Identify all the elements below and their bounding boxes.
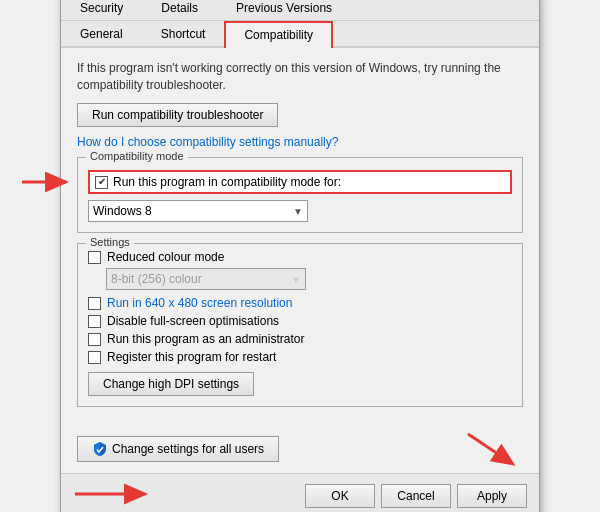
run-640-row[interactable]: Run in 640 x 480 screen resolution bbox=[88, 296, 512, 310]
ok-button[interactable]: OK bbox=[305, 484, 375, 508]
run-troubleshooter-button[interactable]: Run compatibility troubleshooter bbox=[77, 103, 278, 127]
apply-button[interactable]: Apply bbox=[457, 484, 527, 508]
cancel-button[interactable]: Cancel bbox=[381, 484, 451, 508]
compatibility-mode-label: Compatibility mode bbox=[86, 150, 188, 162]
tab-shortcut[interactable]: Shortcut bbox=[142, 21, 225, 46]
compat-dropdown-value: Windows 8 bbox=[93, 204, 152, 218]
right-arrow-indicator bbox=[463, 429, 523, 469]
compatibility-mode-group: Compatibility mode Run this program in c… bbox=[77, 157, 523, 233]
change-dpi-row: Change high DPI settings bbox=[88, 372, 512, 396]
register-restart-row[interactable]: Register this program for restart bbox=[88, 350, 512, 364]
colour-dropdown-row: 8-bit (256) colour ▼ bbox=[106, 268, 512, 290]
run-admin-checkbox[interactable] bbox=[88, 333, 101, 346]
run-640-checkbox[interactable] bbox=[88, 297, 101, 310]
tab-details[interactable]: Details bbox=[142, 0, 217, 20]
bottom-bar: OK Cancel Apply bbox=[61, 473, 539, 512]
shield-icon bbox=[92, 441, 108, 457]
reduced-colour-checkbox[interactable] bbox=[88, 251, 101, 264]
reduced-colour-row[interactable]: Reduced colour mode bbox=[88, 250, 512, 264]
disable-fullscreen-label: Disable full-screen optimisations bbox=[107, 314, 279, 328]
svg-line-3 bbox=[468, 434, 513, 464]
settings-label: Settings bbox=[86, 236, 134, 248]
tab-bar-bottom: General Shortcut Compatibility bbox=[61, 21, 539, 48]
colour-dropdown-value: 8-bit (256) colour bbox=[111, 272, 202, 286]
bottom-bar-left bbox=[73, 482, 299, 509]
colour-dropdown: 8-bit (256) colour ▼ bbox=[106, 268, 306, 290]
tab-bar-top: Security Details Previous Versions bbox=[61, 0, 539, 21]
bottom-bar-right: OK Cancel Apply bbox=[305, 484, 527, 508]
run-640-label: Run in 640 x 480 screen resolution bbox=[107, 296, 292, 310]
reduced-colour-label: Reduced colour mode bbox=[107, 250, 224, 264]
change-settings-label: Change settings for all users bbox=[112, 442, 264, 456]
dialog-window: Security Details Previous Versions Gener… bbox=[60, 0, 540, 512]
run-admin-row[interactable]: Run this program as an administrator bbox=[88, 332, 512, 346]
change-dpi-button[interactable]: Change high DPI settings bbox=[88, 372, 254, 396]
tab-compatibility[interactable]: Compatibility bbox=[224, 21, 333, 48]
compat-mode-row: Run this program in compatibility mode f… bbox=[88, 170, 512, 194]
left-arrow-indicator bbox=[20, 168, 75, 196]
register-restart-checkbox[interactable] bbox=[88, 351, 101, 364]
tab-previous-versions[interactable]: Previous Versions bbox=[217, 0, 351, 20]
change-settings-button[interactable]: Change settings for all users bbox=[77, 436, 279, 462]
disable-fullscreen-row[interactable]: Disable full-screen optimisations bbox=[88, 314, 512, 328]
colour-dropdown-arrow-icon: ▼ bbox=[291, 274, 301, 285]
info-text: If this program isn't working correctly … bbox=[77, 60, 523, 94]
dropdown-arrow-icon: ▼ bbox=[293, 206, 303, 217]
run-btn-row: Run compatibility troubleshooter bbox=[77, 103, 523, 127]
tab-general[interactable]: General bbox=[61, 21, 142, 46]
compat-mode-checkbox-label: Run this program in compatibility mode f… bbox=[113, 175, 341, 189]
manual-settings-link[interactable]: How do I choose compatibility settings m… bbox=[77, 135, 338, 149]
compat-mode-checkbox[interactable] bbox=[95, 176, 108, 189]
ok-arrow-indicator bbox=[73, 482, 153, 506]
tab-security[interactable]: Security bbox=[61, 0, 142, 20]
run-admin-label: Run this program as an administrator bbox=[107, 332, 304, 346]
content-area: If this program isn't working correctly … bbox=[61, 48, 539, 430]
compat-dropdown-row: Windows 8 ▼ bbox=[88, 200, 512, 222]
disable-fullscreen-checkbox[interactable] bbox=[88, 315, 101, 328]
settings-group: Settings Reduced colour mode 8-bit (256)… bbox=[77, 243, 523, 407]
register-restart-label: Register this program for restart bbox=[107, 350, 276, 364]
compat-dropdown[interactable]: Windows 8 ▼ bbox=[88, 200, 308, 222]
change-settings-bar: Change settings for all users bbox=[61, 429, 539, 473]
